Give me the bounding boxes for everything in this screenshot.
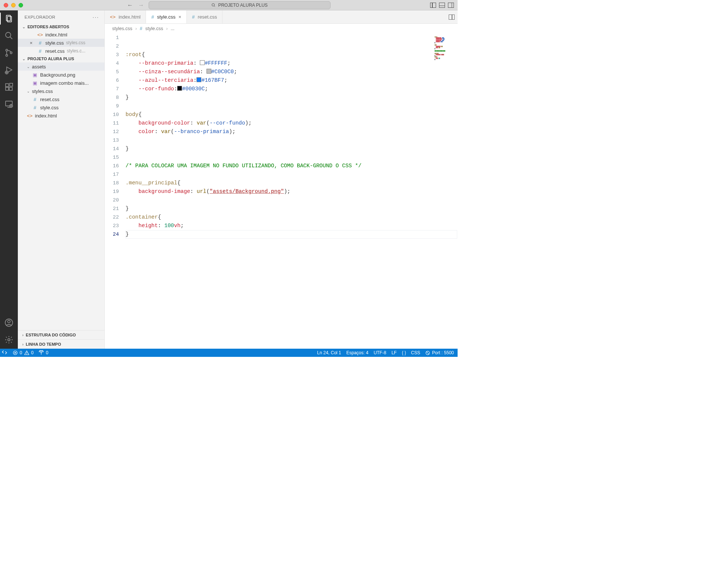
code-editor[interactable]: 123456789101112131415161718192021222324 …: [105, 33, 458, 349]
css-file-icon: #: [32, 105, 38, 110]
chevron-right-icon: ›: [166, 26, 168, 31]
svg-point-0: [212, 3, 215, 6]
open-editor-item[interactable]: × # style.css styles.css: [18, 39, 104, 47]
eol-indicator[interactable]: LF: [391, 350, 397, 355]
css-file-icon: #: [192, 14, 195, 20]
search-icon: [211, 3, 216, 7]
layout-controls: [430, 3, 454, 8]
file-label: index.html: [35, 113, 57, 119]
tab-label: index.html: [118, 14, 140, 20]
breadcrumb-file[interactable]: style.css: [145, 26, 163, 31]
indentation-indicator[interactable]: Espaços: 4: [347, 350, 368, 355]
explorer-activity-icon[interactable]: [4, 13, 14, 24]
open-editors-label: EDITORES ABERTOS: [27, 25, 69, 29]
file-item[interactable]: <> index.html: [18, 112, 104, 120]
toggle-panel-icon[interactable]: [439, 3, 445, 8]
folder-label: assets: [32, 64, 46, 70]
breadcrumb-symbol[interactable]: ...: [170, 26, 174, 31]
file-label: style.css: [40, 105, 59, 110]
close-icon[interactable]: ×: [30, 40, 35, 46]
css-file-icon: #: [151, 14, 154, 20]
file-path-hint: styles.c...: [67, 48, 85, 54]
html-file-icon: <>: [27, 113, 33, 119]
ports-indicator[interactable]: 0: [39, 350, 48, 355]
tab-label: style.css: [157, 14, 176, 20]
minimize-window-button[interactable]: [11, 3, 16, 7]
timeline-section[interactable]: › LINHA DO TEMPO: [18, 339, 104, 349]
chevron-right-icon: ›: [135, 26, 137, 31]
svg-point-30: [41, 352, 42, 353]
nav-forward-icon[interactable]: →: [138, 2, 144, 9]
color-swatch: [200, 60, 205, 65]
folder-item[interactable]: ⌄ assets: [18, 62, 104, 71]
color-swatch: [196, 77, 201, 82]
explorer-sidebar: EXPLORADOR ··· ⌄ EDITORES ABERTOS <> ind…: [18, 10, 105, 349]
image-file-icon: ▣: [32, 80, 38, 86]
explorer-more-icon[interactable]: ···: [92, 14, 99, 20]
remote-explorer-activity-icon[interactable]: [4, 99, 14, 109]
svg-point-4: [6, 32, 11, 38]
source-control-activity-icon[interactable]: [4, 48, 14, 58]
outline-section[interactable]: › ESTRUTURA DO CÓDIGO: [18, 330, 104, 339]
svg-point-29: [26, 354, 27, 354]
css-file-icon: #: [37, 48, 43, 54]
css-file-icon: #: [37, 40, 43, 46]
window-controls: [4, 3, 23, 7]
svg-rect-15: [9, 87, 12, 90]
open-editors-section[interactable]: ⌄ EDITORES ABERTOS: [18, 23, 104, 30]
folder-item[interactable]: ⌄ styles.css: [18, 87, 104, 95]
close-tab-icon[interactable]: ×: [179, 14, 182, 20]
split-editor-icon[interactable]: [449, 14, 455, 20]
timeline-label: LINHA DO TEMPO: [26, 342, 61, 346]
command-center[interactable]: PROJETO ALURA PLUS: [149, 1, 331, 9]
open-editor-item[interactable]: # reset.css styles.c...: [18, 47, 104, 55]
file-label: reset.css: [40, 97, 59, 102]
close-window-button[interactable]: [4, 3, 8, 7]
file-path-hint: styles.css: [66, 40, 85, 45]
tab-label: reset.css: [198, 14, 217, 20]
tab-style-css[interactable]: # style.css ×: [146, 10, 187, 23]
explorer-title: EXPLORADOR: [25, 15, 55, 19]
breadcrumb-folder[interactable]: styles.css: [112, 26, 132, 31]
breadcrumb[interactable]: styles.css › # style.css › ...: [105, 24, 458, 33]
remote-indicator[interactable]: [0, 349, 9, 357]
svg-line-1: [214, 6, 215, 7]
code-content[interactable]: :root{ --branco-primaria: #FFFFFF; --cin…: [126, 33, 458, 349]
nav-back-icon[interactable]: ←: [127, 2, 133, 9]
accounts-activity-icon[interactable]: [4, 317, 14, 328]
svg-line-33: [426, 351, 429, 354]
live-server-indicator[interactable]: Port : 5500: [425, 350, 454, 355]
file-item[interactable]: # style.css: [18, 103, 104, 112]
settings-activity-icon[interactable]: [4, 335, 14, 345]
problems-indicator[interactable]: 0 0: [13, 350, 33, 355]
cursor-position[interactable]: Ln 24, Col 1: [317, 350, 341, 355]
project-section[interactable]: ⌄ PROJETO ALURA PLUS: [18, 55, 104, 62]
search-activity-icon[interactable]: [4, 30, 14, 41]
chevron-down-icon: ⌄: [22, 25, 25, 29]
command-center-text: PROJETO ALURA PLUS: [218, 3, 267, 8]
tab-reset-css[interactable]: # reset.css: [187, 10, 222, 23]
chevron-down-icon: ⌄: [22, 57, 25, 61]
file-item[interactable]: ▣ imagem combo mais...: [18, 79, 104, 87]
folder-label: styles.css: [32, 88, 53, 94]
title-bar: ← → PROJETO ALURA PLUS: [0, 0, 458, 10]
svg-point-8: [10, 52, 12, 54]
project-section-label: PROJETO ALURA PLUS: [27, 57, 74, 61]
maximize-window-button[interactable]: [19, 3, 23, 7]
editor-tabs: <> index.html # style.css × # reset.css: [105, 10, 458, 24]
toggle-secondary-sidebar-icon[interactable]: [448, 3, 454, 8]
css-file-icon: #: [140, 26, 142, 31]
encoding-indicator[interactable]: UTF-8: [374, 350, 386, 355]
svg-point-7: [6, 55, 8, 57]
tab-index-html[interactable]: <> index.html: [105, 10, 146, 23]
open-editor-item[interactable]: <> index.html: [18, 30, 104, 39]
svg-rect-13: [6, 84, 9, 87]
extensions-activity-icon[interactable]: [4, 82, 14, 92]
file-item[interactable]: # reset.css: [18, 95, 104, 103]
minimap[interactable]: ████ ████████ ███ █████████ ███ ████████…: [435, 36, 455, 60]
file-item[interactable]: ▣ Background.png: [18, 71, 104, 79]
chevron-right-icon: ›: [22, 333, 23, 337]
toggle-primary-sidebar-icon[interactable]: [430, 3, 436, 8]
run-debug-activity-icon[interactable]: [4, 65, 14, 75]
language-indicator[interactable]: { } CSS: [402, 350, 420, 355]
